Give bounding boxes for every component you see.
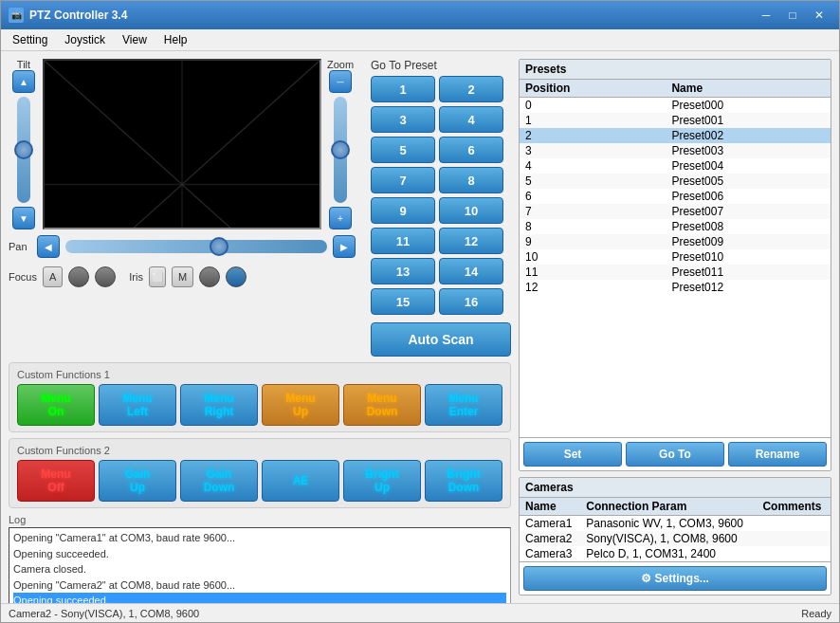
preset-btn-11[interactable]: 11 bbox=[371, 228, 435, 254]
zoom-column: Zoom ─ + bbox=[325, 59, 356, 229]
preset-position: 5 bbox=[520, 174, 666, 189]
preset-btn-3[interactable]: 3 bbox=[371, 106, 435, 133]
preset-btn-8[interactable]: 8 bbox=[439, 167, 503, 193]
close-button[interactable]: ✕ bbox=[807, 6, 831, 25]
iris-open-button[interactable] bbox=[199, 266, 220, 287]
preset-btn-6[interactable]: 6 bbox=[439, 137, 503, 163]
preset-position: 12 bbox=[520, 280, 666, 295]
cf2-bright-down[interactable]: BrightDown bbox=[425, 460, 502, 502]
pan-thumb bbox=[210, 237, 228, 256]
rename-button[interactable]: Rename bbox=[728, 442, 827, 467]
presets-panel: Presets Position Name 0Preset0001Preset0… bbox=[519, 59, 831, 471]
cam-name: Camera1 bbox=[520, 516, 580, 532]
iris-label: Iris bbox=[129, 271, 143, 283]
cf1-menu-up[interactable]: MenuUp bbox=[262, 384, 339, 426]
tilt-up-button[interactable]: ▲ bbox=[12, 70, 35, 93]
cam-name-header: Name bbox=[520, 498, 580, 516]
log-box[interactable]: Opening "Camera1" at COM3, baud rate 960… bbox=[9, 527, 511, 603]
preset-btn-2[interactable]: 2 bbox=[439, 76, 503, 102]
cf1-menu-on[interactable]: MenuOn bbox=[17, 384, 95, 426]
preset-btn-13[interactable]: 13 bbox=[371, 258, 435, 284]
presets-table-container[interactable]: Position Name 0Preset0001Preset0012Prese… bbox=[520, 80, 831, 437]
cf2-gain-down[interactable]: GainDown bbox=[180, 460, 258, 502]
preset-table-row[interactable]: 6Preset006 bbox=[520, 189, 831, 204]
tilt-slider[interactable] bbox=[17, 97, 30, 203]
set-button[interactable]: Set bbox=[523, 442, 622, 467]
preset-table-row[interactable]: 10Preset010 bbox=[520, 249, 831, 265]
camera-table-row[interactable]: Camera3Pelco D, 1, COM31, 2400 bbox=[520, 546, 831, 561]
pan-left-button[interactable]: ◀ bbox=[37, 235, 60, 258]
cf2-bright-up[interactable]: BrightUp bbox=[343, 460, 421, 502]
zoom-slider[interactable] bbox=[334, 97, 347, 203]
iris-manual-button[interactable]: M bbox=[172, 266, 193, 287]
minimize-button[interactable]: ─ bbox=[754, 6, 778, 25]
preset-table-row[interactable]: 1Preset001 bbox=[520, 113, 831, 128]
preset-table-row[interactable]: 9Preset009 bbox=[520, 234, 831, 249]
cf2-menu-off[interactable]: MenuOff bbox=[17, 460, 95, 502]
cf1-menu-enter[interactable]: MenuEnter bbox=[425, 384, 502, 426]
preset-btn-12[interactable]: 12 bbox=[439, 228, 503, 254]
title-controls: ─ □ ✕ bbox=[754, 6, 831, 25]
preset-name: Preset004 bbox=[666, 158, 831, 174]
preset-table-row[interactable]: 8Preset008 bbox=[520, 219, 831, 234]
menu-view[interactable]: View bbox=[115, 31, 155, 48]
preset-position: 7 bbox=[520, 204, 666, 219]
preset-btn-10[interactable]: 10 bbox=[439, 197, 503, 224]
preset-btn-4[interactable]: 4 bbox=[439, 106, 503, 133]
preset-btn-1[interactable]: 1 bbox=[371, 76, 435, 102]
cf1-menu-right[interactable]: MenuRight bbox=[180, 384, 258, 426]
preset-name: Preset000 bbox=[666, 98, 831, 114]
pan-section: Pan ◀ ▶ bbox=[9, 233, 356, 260]
auto-scan-button[interactable]: Auto Scan bbox=[371, 322, 511, 357]
preset-btn-9[interactable]: 9 bbox=[371, 197, 435, 224]
log-section: Log Opening "Camera1" at COM3, baud rate… bbox=[9, 514, 511, 603]
preset-table-row[interactable]: 0Preset000 bbox=[520, 98, 831, 114]
cameras-header: Cameras bbox=[520, 478, 831, 498]
iris-auto-button[interactable]: ⬜ bbox=[149, 266, 166, 287]
focus-auto-button[interactable]: A bbox=[43, 266, 63, 287]
ptz-control: Tilt ▲ ▼ bbox=[9, 59, 356, 357]
preset-btn-16[interactable]: 16 bbox=[439, 288, 503, 315]
preset-table-row[interactable]: 3Preset003 bbox=[520, 143, 831, 158]
auto-scan-container: Auto Scan bbox=[371, 319, 511, 357]
menu-help[interactable]: Help bbox=[156, 31, 195, 48]
cf1-menu-left[interactable]: MenuLeft bbox=[99, 384, 176, 426]
title-bar-left: 📷 PTZ Controller 3.4 bbox=[9, 8, 127, 23]
preset-table-row[interactable]: 4Preset004 bbox=[520, 158, 831, 174]
cam-comments bbox=[757, 531, 831, 546]
focus-near-button[interactable] bbox=[68, 266, 89, 287]
menu-setting[interactable]: Setting bbox=[5, 31, 55, 48]
log-line-selected: Opening succeeded. bbox=[13, 593, 506, 603]
zoom-out-button[interactable]: + bbox=[329, 207, 352, 229]
cf2-gain-up[interactable]: GainUp bbox=[99, 460, 176, 502]
preset-table-row[interactable]: 5Preset005 bbox=[520, 174, 831, 189]
zoom-in-button[interactable]: ─ bbox=[329, 70, 352, 93]
menu-joystick[interactable]: Joystick bbox=[57, 31, 113, 48]
focus-far-button[interactable] bbox=[95, 266, 116, 287]
preset-name: Preset002 bbox=[666, 128, 831, 143]
pan-slider[interactable] bbox=[65, 240, 327, 253]
camera-table-row[interactable]: Camera2Sony(VISCA), 1, COM8, 9600 bbox=[520, 531, 831, 546]
cameras-header-row: Name Connection Param Comments bbox=[520, 498, 831, 516]
camera-table-row[interactable]: Camera1Panasonic WV, 1, COM3, 9600 bbox=[520, 516, 831, 532]
maximize-button[interactable]: □ bbox=[780, 6, 805, 25]
preset-btn-5[interactable]: 5 bbox=[371, 137, 435, 163]
cf1-menu-down[interactable]: MenuDown bbox=[343, 384, 421, 426]
preset-table-row[interactable]: 11Preset011 bbox=[520, 265, 831, 280]
settings-button[interactable]: ⚙ Settings... bbox=[523, 566, 827, 591]
camera-view bbox=[43, 59, 321, 229]
preset-position: 3 bbox=[520, 143, 666, 158]
pan-right-button[interactable]: ▶ bbox=[333, 235, 356, 258]
preset-btn-7[interactable]: 7 bbox=[371, 167, 435, 193]
tilt-down-button[interactable]: ▼ bbox=[12, 207, 35, 229]
presets-table: Position Name 0Preset0001Preset0012Prese… bbox=[520, 80, 831, 295]
preset-table-row[interactable]: 7Preset007 bbox=[520, 204, 831, 219]
preset-btn-15[interactable]: 15 bbox=[371, 288, 435, 315]
goto-button[interactable]: Go To bbox=[626, 442, 724, 467]
preset-btn-14[interactable]: 14 bbox=[439, 258, 503, 284]
cf2-ae[interactable]: AE bbox=[262, 460, 339, 502]
iris-close-button[interactable] bbox=[226, 266, 247, 287]
preset-table-row[interactable]: 12Preset012 bbox=[520, 280, 831, 295]
preset-table-row[interactable]: 2Preset002 bbox=[520, 128, 831, 143]
preset-position: 1 bbox=[520, 113, 666, 128]
